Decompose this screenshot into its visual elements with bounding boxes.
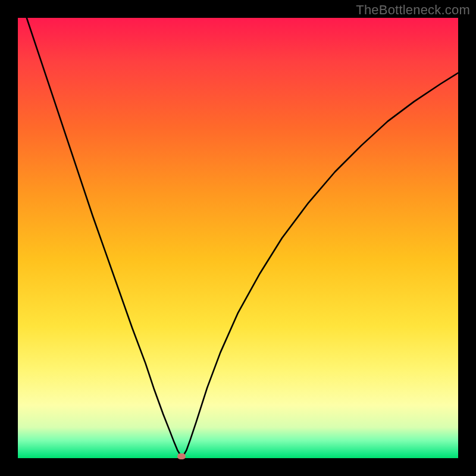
bottleneck-curve [27, 18, 458, 456]
plot-area [18, 18, 458, 458]
optimum-marker [177, 453, 186, 459]
watermark-text: TheBottleneck.com [356, 2, 470, 18]
chart-frame: TheBottleneck.com [0, 0, 476, 476]
curve-svg [18, 18, 458, 458]
